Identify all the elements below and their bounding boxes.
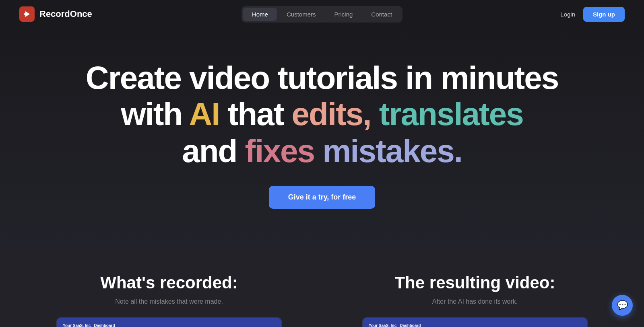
hero-line3: and fixes mistakes. — [182, 133, 462, 170]
screenshot-header-left: Your SaaS, Inc Dashboard — [57, 318, 281, 327]
hero-line2: with AI that edits, translates — [121, 96, 523, 133]
nav-item-home[interactable]: Home — [243, 8, 277, 21]
resulting-column: The resulting video: After the AI has do… — [338, 273, 612, 327]
svg-point-2 — [24, 13, 27, 15]
chat-bubble-button[interactable]: 💬 — [612, 295, 633, 316]
resulting-screenshot: Your SaaS, Inc Dashboard Creative Concep… — [362, 317, 588, 327]
resulting-subtitle: After the AI has done its work. — [432, 298, 518, 305]
recorded-subtitle: Note all the mistakes that were made. — [115, 298, 223, 305]
saas-name-left: Your SaaS, Inc — [63, 323, 91, 327]
hero-translates: translates — [379, 96, 523, 132]
navbar-actions: Login Sign up — [560, 7, 625, 22]
hero-line1: Create video tutorials in minutes — [86, 60, 558, 96]
hero-ai: AI — [189, 96, 219, 132]
nav-item-pricing[interactable]: Pricing — [325, 8, 361, 21]
nav-menu: Home Customers Pricing Contact — [242, 6, 402, 23]
screenshot-header-right: Your SaaS, Inc Dashboard — [363, 318, 587, 327]
nav-item-customers[interactable]: Customers — [278, 8, 325, 21]
nav-item-contact[interactable]: Contact — [362, 8, 401, 21]
hero-with: with — [121, 96, 189, 132]
recorded-column: What's recorded: Note all the mistakes t… — [32, 273, 306, 327]
dashboard-tab-left: Dashboard — [94, 323, 115, 327]
logo-icon — [19, 6, 35, 22]
hero-that: that — [219, 96, 291, 132]
saas-name-right: Your SaaS, Inc — [369, 323, 396, 327]
hero-fixes: fixes — [245, 133, 314, 169]
logo-area: RecordOnce — [19, 6, 92, 22]
signup-button[interactable]: Sign up — [583, 7, 625, 22]
cta-button[interactable]: Give it a try, for free — [269, 186, 376, 209]
recorded-screenshot: Your SaaS, Inc Dashboard Creative Concep… — [56, 317, 282, 327]
hero-mistakes: mistakes. — [314, 133, 462, 169]
hero-and: and — [182, 133, 245, 169]
navbar: RecordOnce Home Customers Pricing Contac… — [0, 0, 644, 28]
hero-section: Create video tutorials in minutes with A… — [0, 28, 644, 249]
hero-edits: edits, — [292, 96, 379, 132]
hero-cta-area: Give it a try, for free — [269, 186, 376, 209]
recorded-title: What's recorded: — [100, 273, 237, 292]
chat-icon: 💬 — [617, 300, 628, 311]
brand-name: RecordOnce — [39, 9, 92, 19]
resulting-title: The resulting video: — [394, 273, 555, 292]
login-button[interactable]: Login — [560, 11, 575, 18]
comparison-section: What's recorded: Note all the mistakes t… — [0, 249, 644, 327]
